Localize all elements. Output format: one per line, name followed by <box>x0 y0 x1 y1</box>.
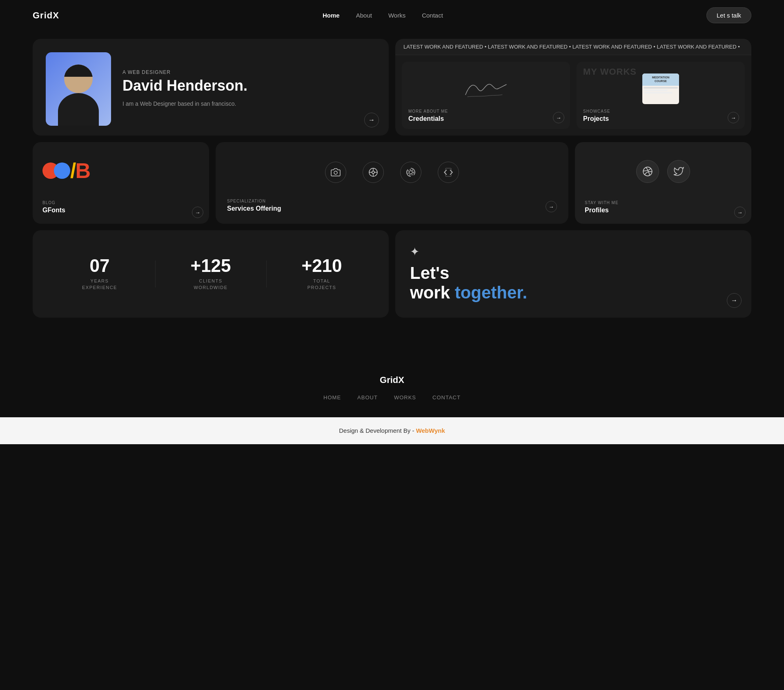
nav-works[interactable]: Works <box>388 12 405 19</box>
footer: GridX HOME ABOUT WORKS CONTACT <box>0 358 784 401</box>
ticker-column: LATEST WORK AND FEATURED • LATEST WORK A… <box>395 39 751 136</box>
footer-logo: GridX <box>33 375 751 385</box>
stat-years: 07 YEARSEXPERIENCE <box>44 257 155 291</box>
profiles-label: Profiles <box>585 207 742 214</box>
code-icon <box>438 162 459 183</box>
svg-point-7 <box>409 171 412 174</box>
hero-card: A WEB DESIGNER David Henderson. I am a W… <box>33 39 389 136</box>
svg-rect-9 <box>445 168 451 176</box>
credentials-label: Credentials <box>408 115 564 122</box>
cta-text: Let's work together. <box>410 263 737 303</box>
nav-links: Home About Works Contact <box>323 12 443 19</box>
layers-icon <box>400 162 421 183</box>
svg-point-2 <box>372 171 374 174</box>
projects-overlay: MY WORKS <box>583 67 637 77</box>
services-icons <box>227 154 557 191</box>
top-row: A WEB DESIGNER David Henderson. I am a W… <box>33 39 751 136</box>
profiles-arrow[interactable]: → <box>734 207 746 218</box>
gfonts-label: GFonts <box>42 207 199 214</box>
footer-brand: WebWynk <box>416 427 445 434</box>
profiles-section-label: STAY WITH ME <box>585 200 742 205</box>
bottom-row: 07 YEARSEXPERIENCE +125 CLIENTSWORLDWIDE… <box>33 230 751 318</box>
cta-line2-highlight: together. <box>455 283 527 302</box>
services-label: Services Offering <box>227 205 281 212</box>
svg-point-8 <box>408 169 414 175</box>
credentials-section-label: MORE ABOUT ME <box>408 109 564 114</box>
hero-name: David Henderson. <box>122 78 376 94</box>
stat-projects-number: +210 <box>266 257 377 275</box>
gfonts-circle-blue <box>54 162 70 179</box>
sparkle-icon: ✦ <box>410 245 737 258</box>
gfonts-arrow[interactable]: → <box>192 207 203 218</box>
camera-icon <box>325 162 346 183</box>
cards-row: MORE ABOUT ME Credentials → MY WORKS MED… <box>395 55 751 136</box>
profiles-card[interactable]: STAY WITH ME Profiles → <box>575 142 751 224</box>
footer-nav: HOME ABOUT WORKS CONTACT <box>33 394 751 401</box>
profiles-icons <box>585 152 742 191</box>
stat-clients-label: CLIENTSWORLDWIDE <box>155 278 266 291</box>
hero-subtitle: A WEB DESIGNER <box>122 69 376 75</box>
nav-logo[interactable]: GridX <box>33 10 59 21</box>
meditation-mockup: MEDITATIONCOURSE <box>642 73 679 104</box>
nav-home[interactable]: Home <box>323 12 340 19</box>
credentials-arrow[interactable]: → <box>553 112 564 123</box>
projects-arrow[interactable]: → <box>728 112 739 123</box>
gfonts-section-label: BLOG <box>42 200 199 205</box>
nav-contact[interactable]: Contact <box>422 12 443 19</box>
twitter-icon[interactable] <box>667 160 690 183</box>
services-card[interactable]: SPECIALIZATION Services Offering → <box>216 142 568 224</box>
main-content: A WEB DESIGNER David Henderson. I am a W… <box>0 31 784 334</box>
credentials-visual <box>408 68 564 109</box>
navbar: GridX Home About Works Contact Let s tal… <box>0 0 784 31</box>
cta-card[interactable]: ✦ Let's work together. → <box>395 230 751 318</box>
lets-talk-button[interactable]: Let s talk <box>706 7 751 23</box>
stat-projects: +210 TOTALPROJECTS <box>266 257 377 291</box>
footer-bottom: Design & Development By - WebWynk <box>0 417 784 444</box>
footer-link-home[interactable]: HOME <box>323 394 341 401</box>
services-arrow[interactable]: → <box>546 201 557 212</box>
svg-point-0 <box>334 171 337 174</box>
projects-card[interactable]: MY WORKS MEDITATIONCOURSE SHOWCASE Pr <box>577 62 745 129</box>
footer-link-about[interactable]: ABOUT <box>357 394 378 401</box>
hero-arrow-button[interactable]: → <box>364 113 379 127</box>
footer-credit: Design & Development By - WebWynk <box>339 427 445 434</box>
footer-link-works[interactable]: WORKS <box>394 394 416 401</box>
sketch-icon <box>363 162 384 183</box>
avatar <box>46 52 111 126</box>
stat-projects-label: TOTALPROJECTS <box>266 278 377 291</box>
footer-link-contact[interactable]: CONTACT <box>432 394 461 401</box>
services-section-label: SPECIALIZATION <box>227 199 281 203</box>
signature-icon <box>461 76 510 101</box>
stat-years-number: 07 <box>44 257 155 275</box>
gfonts-logo: / B <box>42 158 199 183</box>
credentials-card[interactable]: MORE ABOUT ME Credentials → <box>402 62 570 129</box>
dribbble-icon[interactable] <box>636 160 659 183</box>
cta-line1: Let's <box>410 263 449 283</box>
nav-about[interactable]: About <box>356 12 372 19</box>
cta-line2-plain: work <box>410 283 455 302</box>
stat-years-label: YEARSEXPERIENCE <box>44 278 155 291</box>
gfonts-logo-area: / B <box>42 152 199 183</box>
cta-arrow-button[interactable]: → <box>727 293 742 308</box>
projects-label: Projects <box>583 115 738 122</box>
stat-clients: +125 CLIENTSWORLDWIDE <box>155 257 266 291</box>
ticker-band: LATEST WORK AND FEATURED • LATEST WORK A… <box>395 39 751 55</box>
projects-section-label: SHOWCASE <box>583 109 738 114</box>
hero-description: I am a Web Designer based in san francis… <box>122 99 376 108</box>
gfonts-card[interactable]: / B BLOG GFonts → <box>33 142 209 224</box>
stat-clients-number: +125 <box>155 257 266 275</box>
middle-row: / B BLOG GFonts → <box>33 142 751 224</box>
stats-card: 07 YEARSEXPERIENCE +125 CLIENTSWORLDWIDE… <box>33 230 389 318</box>
gfonts-letter-r: B <box>75 158 91 183</box>
